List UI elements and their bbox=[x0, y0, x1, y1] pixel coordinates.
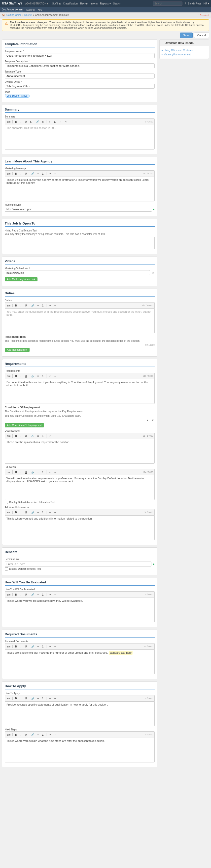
toolbar-link[interactable]: 🔗 bbox=[35, 120, 40, 124]
add-responsibility-button[interactable]: Add Responsibility bbox=[5, 348, 30, 352]
ai-numlist[interactable]: 1. bbox=[41, 510, 45, 515]
add-coe-button[interactable]: Add Conditions Of Employment bbox=[5, 423, 44, 427]
additional-info-editor[interactable]: This is where you add any additional inf… bbox=[5, 515, 155, 540]
mm-toolbar-bullist[interactable]: ≡ bbox=[36, 172, 40, 176]
admin-label[interactable]: ADMINISTRATION ▾ bbox=[25, 2, 49, 5]
video-link-input[interactable] bbox=[5, 270, 150, 275]
edu-undo[interactable]: ↩ bbox=[48, 470, 52, 474]
dt-undo[interactable]: ↩ bbox=[48, 303, 52, 308]
insert-hiring-office[interactable]: ▸ Hiring Office and Customer bbox=[161, 48, 207, 53]
help-icon[interactable]: ? bbox=[184, 2, 186, 5]
toolbar-numlist[interactable]: 1. bbox=[52, 120, 57, 124]
req-link[interactable]: 🔗 bbox=[30, 374, 35, 378]
ns-redo[interactable]: ↪ bbox=[52, 733, 57, 737]
hta-link[interactable]: 🔗 bbox=[30, 696, 35, 701]
display-default-edu-checkbox[interactable] bbox=[5, 501, 8, 504]
qual-bold[interactable]: B bbox=[14, 434, 18, 438]
dt-link[interactable]: 🔗 bbox=[30, 303, 35, 308]
hwe-src[interactable]: src bbox=[6, 592, 11, 597]
cancel-button[interactable]: Cancel bbox=[194, 33, 209, 38]
nav-classification[interactable]: Classification bbox=[63, 2, 78, 5]
rd-italic[interactable]: I bbox=[19, 644, 23, 649]
toolbar-source[interactable]: src bbox=[6, 120, 11, 124]
edu-redo[interactable]: ↪ bbox=[52, 470, 57, 474]
dt-bullist[interactable]: ≡ bbox=[36, 303, 40, 308]
req-bold[interactable]: B bbox=[14, 374, 18, 378]
display-default-benefits-checkbox[interactable] bbox=[5, 567, 8, 570]
coe-up-button[interactable]: ▲ bbox=[146, 419, 149, 422]
toolbar-underline[interactable]: U bbox=[24, 120, 28, 124]
hta-bullist[interactable]: ≡ bbox=[36, 696, 40, 701]
rd-undo[interactable]: ↩ bbox=[48, 644, 52, 649]
hwe-redo[interactable]: ↪ bbox=[52, 592, 57, 597]
marketing-link-input[interactable] bbox=[5, 207, 152, 212]
edu-bullist[interactable]: ≡ bbox=[36, 470, 40, 474]
toolbar-strike[interactable]: S bbox=[29, 120, 33, 124]
mm-toolbar-numlist[interactable]: 1. bbox=[41, 172, 45, 176]
template-description-input[interactable] bbox=[5, 63, 155, 68]
toolbar-bold[interactable]: B bbox=[14, 120, 18, 124]
sub-nav-staffing[interactable]: Staffing bbox=[26, 8, 35, 11]
qual-redo[interactable]: ↪ bbox=[52, 434, 57, 438]
mm-toolbar-redo[interactable]: ↪ bbox=[52, 172, 57, 176]
mm-toolbar-bold[interactable]: B bbox=[14, 172, 18, 176]
mm-toolbar-undo[interactable]: ↩ bbox=[48, 172, 52, 176]
ns-link[interactable]: 🔗 bbox=[30, 733, 35, 737]
ai-src[interactable]: src bbox=[6, 510, 11, 515]
mm-toolbar-underline[interactable]: U bbox=[24, 172, 28, 176]
toolbar-unlink[interactable]: ⛓ bbox=[41, 120, 45, 124]
benefits-link-input[interactable] bbox=[5, 561, 151, 566]
breadcrumb-home[interactable]: Staffing Office bbox=[6, 14, 21, 17]
ai-bold[interactable]: B bbox=[14, 510, 18, 515]
req-undo[interactable]: ↩ bbox=[48, 374, 52, 378]
edu-italic[interactable]: I bbox=[19, 470, 23, 474]
sub-nav-hire[interactable]: Hire bbox=[37, 8, 42, 11]
qual-link[interactable]: 🔗 bbox=[30, 434, 35, 438]
hiring-paths-editor[interactable] bbox=[5, 237, 155, 249]
requirements-editor[interactable]: Do not edit text in this section if you … bbox=[5, 379, 155, 404]
dt-redo[interactable]: ↪ bbox=[52, 303, 57, 308]
duties-editor[interactable]: You may enter the duties here or in the … bbox=[5, 308, 155, 333]
req-underline[interactable]: U bbox=[24, 374, 28, 378]
next-steps-editor[interactable]: This is where you explain what the next … bbox=[5, 738, 155, 763]
summary-editor[interactable]: The character limit for this section is … bbox=[5, 125, 155, 150]
search-input[interactable] bbox=[153, 1, 182, 6]
hwe-link[interactable]: 🔗 bbox=[30, 592, 35, 597]
ns-numlist[interactable]: 1. bbox=[41, 733, 45, 737]
hta-src[interactable]: src bbox=[6, 696, 11, 701]
toolbar-bullist[interactable]: ≡ bbox=[48, 120, 52, 124]
req-redo[interactable]: ↪ bbox=[52, 374, 57, 378]
remove-video-button[interactable]: ✕ bbox=[151, 271, 155, 274]
required-docs-editor[interactable]: These are classic text that make up the … bbox=[5, 649, 155, 674]
insert-vacancy[interactable]: ▸ Vacancy/Announcement bbox=[161, 53, 207, 57]
how-evaluated-editor[interactable]: This is where you will tell applicants h… bbox=[5, 597, 155, 622]
breadcrumb-section[interactable]: Recruit bbox=[24, 14, 32, 17]
hwe-numlist[interactable]: 1. bbox=[41, 592, 45, 597]
ns-bold[interactable]: B bbox=[14, 733, 18, 737]
user-label[interactable]: Sandy Ross - HR ▾ bbox=[188, 2, 209, 5]
hta-italic[interactable]: I bbox=[19, 696, 23, 701]
nav-search[interactable]: Search bbox=[113, 2, 121, 5]
edu-src[interactable]: src bbox=[6, 470, 11, 474]
ns-src[interactable]: src bbox=[6, 733, 11, 737]
template-name-input[interactable] bbox=[5, 53, 155, 58]
template-type-input[interactable] bbox=[5, 73, 155, 79]
edu-numlist[interactable]: 1. bbox=[41, 470, 45, 474]
hta-redo[interactable]: ↪ bbox=[52, 696, 57, 701]
dt-italic[interactable]: I bbox=[19, 303, 23, 308]
save-button[interactable]: Save bbox=[180, 33, 193, 38]
rd-numlist[interactable]: 1. bbox=[41, 644, 45, 649]
add-video-link-button[interactable]: Add Marketing Video Link bbox=[5, 277, 37, 281]
qual-numlist[interactable]: 1. bbox=[41, 434, 45, 438]
edu-link[interactable]: 🔗 bbox=[30, 470, 35, 474]
hta-numlist[interactable]: 1. bbox=[41, 696, 45, 701]
hwe-italic[interactable]: I bbox=[19, 592, 23, 597]
req-src[interactable]: src bbox=[6, 374, 11, 378]
req-italic[interactable]: I bbox=[19, 374, 23, 378]
how-to-apply-editor[interactable]: Provide accurate specific statements of … bbox=[5, 701, 155, 726]
qualifications-editor[interactable]: These are the qualifications required fo… bbox=[5, 439, 155, 464]
hta-undo[interactable]: ↩ bbox=[48, 696, 52, 701]
rd-bullist[interactable]: ≡ bbox=[36, 644, 40, 649]
rd-redo[interactable]: ↪ bbox=[52, 644, 57, 649]
ns-undo[interactable]: ↩ bbox=[48, 733, 52, 737]
